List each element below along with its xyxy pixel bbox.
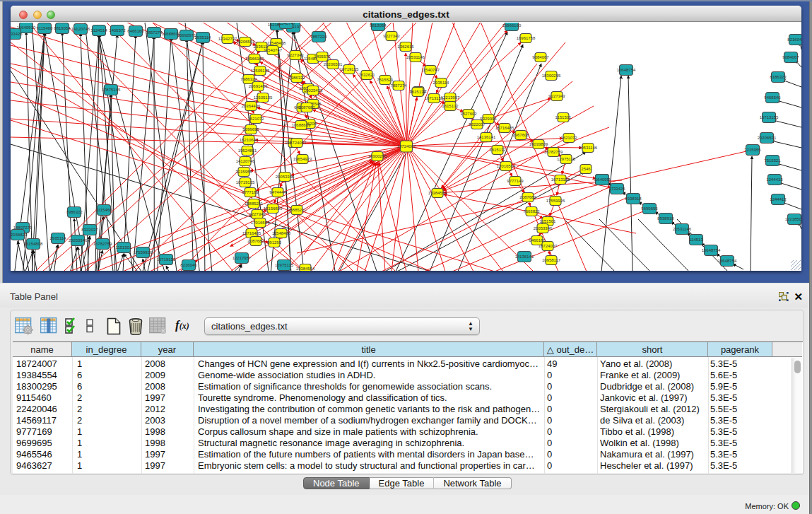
svg-text:20364436: 20364436 (242, 104, 261, 108)
svg-text:20531146: 20531146 (673, 227, 692, 231)
svg-text:10688609: 10688609 (292, 123, 311, 127)
svg-text:20691406: 20691406 (249, 84, 268, 88)
svg-text:20053346: 20053346 (69, 238, 88, 243)
svg-text:1621072: 1621072 (247, 117, 264, 121)
svg-text:16210643: 16210643 (240, 138, 259, 142)
svg-text:2935114: 2935114 (195, 35, 212, 40)
svg-text:8186323: 8186323 (770, 75, 787, 79)
svg-text:9115460: 9115460 (96, 208, 113, 212)
svg-text:12342737: 12342737 (218, 37, 237, 41)
svg-text:1405572: 1405572 (109, 28, 126, 33)
svg-text:12218506: 12218506 (785, 217, 801, 221)
svg-text:7632621: 7632621 (358, 73, 375, 77)
svg-text:11548408: 11548408 (267, 41, 286, 45)
svg-text:7986322: 7986322 (66, 210, 83, 214)
svg-text:12505135: 12505135 (251, 69, 270, 73)
svg-text:7663822: 7663822 (523, 209, 540, 214)
svg-text:20531146: 20531146 (579, 146, 598, 150)
svg-text:11548408: 11548408 (272, 231, 291, 235)
svg-text:12213957: 12213957 (441, 95, 460, 100)
svg-text:9227343: 9227343 (249, 212, 266, 216)
svg-text:19384554: 19384554 (428, 191, 447, 195)
svg-text:8813054: 8813054 (54, 26, 71, 30)
svg-text:114513: 114513 (689, 238, 703, 242)
svg-text:16966160: 16966160 (245, 57, 264, 61)
svg-text:18724007: 18724007 (539, 244, 558, 248)
svg-text:1151501: 1151501 (116, 245, 133, 250)
svg-text:16782759: 16782759 (93, 242, 112, 246)
svg-text:18300295: 18300295 (368, 154, 387, 158)
svg-text:7857274: 7857274 (390, 83, 407, 88)
svg-text:19654923: 19654923 (293, 157, 312, 161)
svg-text:8322037: 8322037 (469, 122, 486, 127)
svg-text:16648754: 16648754 (718, 259, 737, 263)
svg-text:18885211: 18885211 (288, 208, 307, 212)
svg-text:7986322: 7986322 (288, 76, 305, 80)
svg-text:20206501: 20206501 (758, 136, 777, 140)
svg-text:1733426: 1733426 (11, 32, 23, 36)
svg-text:15716485: 15716485 (242, 231, 261, 235)
svg-text:11540747: 11540747 (264, 48, 283, 52)
svg-text:2967608: 2967608 (512, 133, 529, 137)
svg-text:9227343: 9227343 (383, 34, 400, 38)
svg-text:20206501: 20206501 (236, 40, 255, 44)
svg-text:12505135: 12505135 (254, 95, 273, 100)
svg-text:9777169: 9777169 (242, 190, 259, 194)
svg-text:8938918: 8938918 (625, 197, 642, 201)
svg-text:8322037: 8322037 (81, 228, 98, 232)
svg-text:17559926: 17559926 (546, 199, 565, 203)
svg-text:7857224: 7857224 (310, 35, 327, 39)
svg-text:18885211: 18885211 (245, 201, 264, 206)
svg-text:3215955: 3215955 (744, 148, 761, 152)
svg-text:1527602: 1527602 (460, 112, 477, 116)
svg-text:18724007: 18724007 (288, 141, 307, 145)
svg-text:1621072: 1621072 (560, 136, 577, 140)
svg-text:3124514: 3124514 (90, 28, 107, 33)
svg-text:12156829: 12156829 (11, 233, 28, 237)
svg-text:8938918: 8938918 (657, 216, 674, 221)
svg-text:17016504: 17016504 (251, 221, 270, 225)
svg-text:14120746: 14120746 (236, 159, 255, 163)
svg-text:10719155: 10719155 (340, 67, 359, 71)
svg-text:8216046: 8216046 (180, 263, 197, 267)
svg-text:9777149: 9777149 (507, 179, 524, 183)
svg-text:9474444: 9474444 (269, 190, 286, 194)
svg-text:16713155: 16713155 (551, 177, 570, 182)
svg-text:12975115: 12975115 (557, 157, 576, 161)
svg-text:1362615: 1362615 (397, 45, 414, 49)
svg-text:9227343: 9227343 (548, 94, 565, 98)
svg-text:10719155: 10719155 (157, 257, 176, 262)
svg-text:2546: 2546 (581, 167, 591, 171)
svg-text:2935114: 2935114 (50, 236, 67, 240)
svg-text:12975115: 12975115 (275, 263, 294, 267)
svg-text:8216046: 8216046 (787, 37, 801, 42)
svg-text:1615132: 1615132 (409, 90, 426, 94)
svg-text:1244413: 1244413 (766, 177, 783, 182)
svg-text:20053346: 20053346 (534, 226, 553, 230)
svg-text:2935114: 2935114 (433, 81, 450, 85)
svg-text:11540747: 11540747 (421, 68, 440, 72)
svg-text:19524851: 19524851 (238, 148, 257, 153)
svg-text:20206501: 20206501 (324, 62, 343, 66)
svg-text:2087682: 2087682 (298, 105, 315, 110)
svg-text:18724007: 18724007 (397, 144, 416, 148)
svg-text:20053346: 20053346 (276, 175, 295, 179)
svg-text:19384554: 19384554 (296, 267, 315, 271)
svg-text:11540747: 11540747 (277, 23, 296, 25)
svg-text:16713155: 16713155 (760, 115, 779, 119)
svg-text:9329996: 9329996 (480, 117, 497, 121)
svg-text:15692971: 15692971 (177, 33, 196, 37)
svg-text:2087682: 2087682 (519, 195, 536, 199)
svg-text:1244413: 1244413 (770, 197, 787, 201)
svg-text:7515521: 7515521 (764, 158, 781, 163)
svg-text:16966160: 16966160 (502, 23, 522, 28)
svg-text:891295: 891295 (267, 240, 282, 245)
svg-text:10025438: 10025438 (304, 88, 323, 93)
svg-text:164095: 164095 (595, 177, 610, 182)
svg-text:9465546: 9465546 (764, 95, 781, 100)
svg-text:16961758: 16961758 (517, 36, 536, 40)
svg-text:7986322: 7986322 (240, 77, 257, 81)
svg-text:16782759: 16782759 (544, 150, 563, 154)
svg-text:9227343: 9227343 (287, 53, 304, 57)
svg-text:16648754: 16648754 (702, 248, 721, 252)
